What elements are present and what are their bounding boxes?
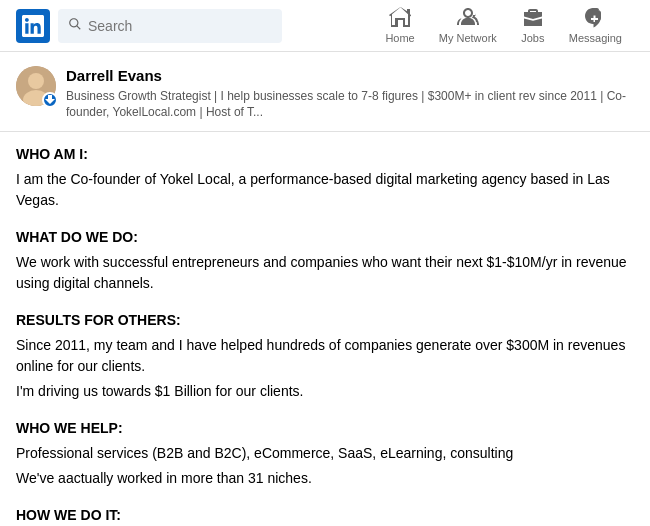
search-input[interactable] [88, 18, 272, 34]
content-area: Darrell Evans Business Growth Strategist… [0, 52, 650, 526]
section-text-who-we-help-1: Professional services (B2B and B2C), eCo… [16, 443, 634, 464]
nav-jobs-label: Jobs [521, 32, 544, 44]
about-content: WHO AM I: I am the Co-founder of Yokel L… [0, 132, 650, 526]
section-heading-what-do-we-do: WHAT DO WE DO: [16, 227, 634, 248]
nav-network-label: My Network [439, 32, 497, 44]
linkedin-logo[interactable] [16, 9, 50, 43]
section-text-who-am-i: I am the Co-founder of Yokel Local, a pe… [16, 169, 634, 211]
nav-messaging-label: Messaging [569, 32, 622, 44]
section-heading-results: RESULTS FOR OTHERS: [16, 310, 634, 331]
section-text-what-do-we-do: We work with successful entrepreneurs an… [16, 252, 634, 294]
section-heading-who-we-help: WHO WE HELP: [16, 418, 634, 439]
avatar-badge [42, 92, 58, 108]
nav-my-network[interactable]: My Network [427, 0, 509, 52]
search-bar[interactable] [58, 9, 282, 43]
nav-items: Home My Network Jobs Messaging [373, 0, 634, 52]
nav-home[interactable]: Home [373, 0, 426, 52]
section-text-who-we-help-2: We've aactually worked in more than 31 n… [16, 468, 634, 489]
section-heading-how-we-do-it: HOW WE DO IT: [16, 505, 634, 526]
section-text-results-2: I'm driving us towards $1 Billion for ou… [16, 381, 634, 402]
profile-name: Darrell Evans [66, 66, 634, 86]
nav-jobs[interactable]: Jobs [509, 0, 557, 52]
profile-header: Darrell Evans Business Growth Strategist… [0, 52, 650, 132]
nav-home-label: Home [385, 32, 414, 44]
top-navbar: Home My Network Jobs Messaging [0, 0, 650, 52]
avatar-wrap [16, 66, 56, 106]
search-icon [68, 17, 82, 34]
profile-title: Business Growth Strategist | I help busi… [66, 88, 634, 122]
profile-info: Darrell Evans Business Growth Strategist… [66, 66, 634, 121]
nav-messaging[interactable]: Messaging [557, 0, 634, 52]
section-text-results-1: Since 2011, my team and I have helped hu… [16, 335, 634, 377]
svg-point-1 [28, 73, 44, 89]
section-heading-who-am-i: WHO AM I: [16, 144, 634, 165]
